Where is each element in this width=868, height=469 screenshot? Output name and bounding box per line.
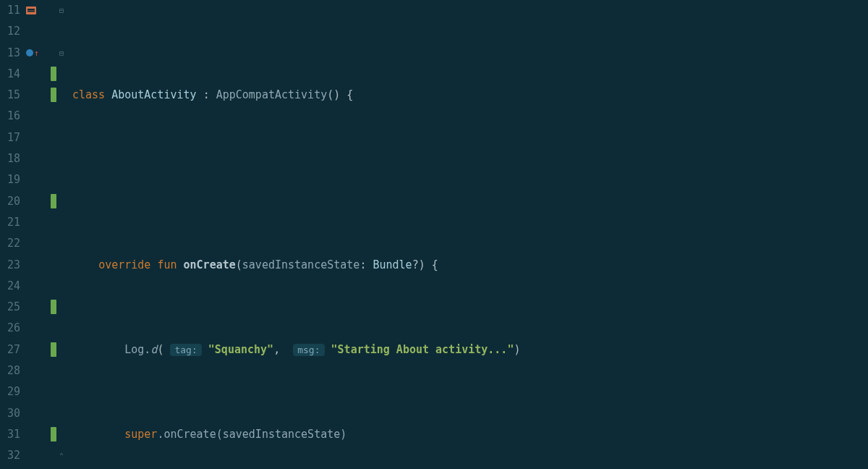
class-file-icon[interactable]	[26, 7, 36, 14]
log-object: Log	[124, 343, 144, 356]
marker-row	[25, 127, 56, 148]
keyword-class: class	[72, 88, 105, 101]
marker-row	[25, 148, 56, 169]
marker-row	[25, 297, 56, 318]
change-stripe	[51, 300, 56, 314]
fold-column[interactable]: ⊟⊟⌃	[56, 0, 67, 469]
code-line[interactable]: class AboutActivity : AppCompatActivity(…	[72, 85, 743, 106]
code-area[interactable]: class AboutActivity : AppCompatActivity(…	[67, 0, 743, 469]
marker-row	[25, 169, 56, 190]
function-name: onCreate	[184, 258, 236, 271]
line-number: 14	[0, 64, 20, 85]
line-number: 23	[0, 255, 20, 276]
code-line[interactable]: override fun onCreate(savedInstanceState…	[72, 255, 743, 276]
change-stripe	[51, 67, 56, 81]
fold-collapse-icon[interactable]: ⊟	[56, 0, 67, 21]
code-line[interactable]: super.onCreate(savedInstanceState)	[72, 424, 743, 445]
line-number: 31	[0, 424, 20, 445]
line-number: 27	[0, 339, 20, 360]
code-editor[interactable]: 1112131415161718192021222324252627282930…	[0, 0, 868, 469]
fold-handle	[56, 297, 67, 318]
line-number-gutter: 1112131415161718192021222324252627282930…	[0, 0, 25, 469]
marker-row	[25, 106, 56, 127]
gutter-markers: ↑	[25, 0, 56, 469]
fold-handle	[56, 360, 67, 381]
line-number: 21	[0, 212, 20, 233]
change-stripe	[51, 342, 56, 357]
line-number: 28	[0, 360, 20, 381]
marker-row	[25, 255, 56, 276]
line-number: 16	[0, 106, 20, 127]
marker-row	[25, 0, 56, 21]
line-number: 12	[0, 21, 20, 42]
marker-row	[25, 21, 56, 42]
super-class: AppCompatActivity	[216, 88, 328, 101]
line-number: 11	[0, 0, 20, 21]
marker-row	[25, 276, 56, 297]
fold-handle	[56, 21, 67, 42]
marker-row	[25, 445, 56, 466]
line-number: 20	[0, 191, 20, 212]
marker-row	[25, 403, 56, 424]
fold-handle	[56, 169, 67, 190]
line-number: 18	[0, 148, 20, 169]
fold-handle	[56, 381, 67, 402]
fold-handle	[56, 318, 67, 339]
line-number: 32	[0, 445, 20, 466]
fold-handle	[56, 212, 67, 233]
param-type: Bundle	[373, 258, 412, 271]
line-number: 15	[0, 85, 20, 106]
fold-handle	[56, 191, 67, 212]
line-number: 22	[0, 233, 20, 254]
inlay-hint-msg: msg:	[293, 344, 324, 356]
keyword-override: override	[98, 258, 150, 271]
marker-row	[25, 360, 56, 381]
keyword-super: super	[124, 428, 157, 441]
line-number: 29	[0, 381, 20, 402]
super-call: .onCreate(savedInstanceState)	[157, 428, 346, 441]
change-stripe	[51, 427, 56, 441]
fold-handle	[56, 339, 67, 360]
fold-end-icon[interactable]: ⌃	[56, 445, 67, 466]
fold-handle	[56, 64, 67, 85]
line-number: 25	[0, 297, 20, 318]
line-number: 17	[0, 127, 20, 148]
marker-row	[25, 381, 56, 402]
string-literal: "Starting About activity..."	[331, 343, 514, 356]
line-number: 19	[0, 169, 20, 190]
marker-row	[25, 339, 56, 360]
fold-handle	[56, 276, 67, 297]
marker-row	[25, 424, 56, 445]
fold-handle	[56, 403, 67, 424]
fold-handle	[56, 127, 67, 148]
marker-row	[25, 85, 56, 106]
string-literal: "Squanchy"	[208, 343, 273, 356]
class-name: AboutActivity	[111, 88, 196, 101]
fold-handle	[56, 148, 67, 169]
change-stripe	[51, 194, 56, 208]
code-line[interactable]: Log.d( tag: "Squanchy", msg: "Starting A…	[72, 339, 743, 360]
marker-row: ↑	[25, 43, 56, 64]
marker-row	[25, 212, 56, 233]
marker-row	[25, 233, 56, 254]
marker-row	[25, 318, 56, 339]
fold-handle	[56, 85, 67, 106]
inlay-hint-tag: tag:	[170, 344, 201, 356]
fold-collapse-icon[interactable]: ⊟	[56, 43, 67, 64]
line-number: 26	[0, 318, 20, 339]
fold-handle	[56, 424, 67, 445]
fold-handle	[56, 255, 67, 276]
keyword-fun: fun	[157, 258, 176, 271]
marker-row	[25, 191, 56, 212]
line-number: 13	[0, 43, 20, 64]
marker-row	[25, 64, 56, 85]
code-line[interactable]	[72, 169, 743, 190]
up-arrow-icon: ↑	[34, 43, 39, 64]
line-number: 24	[0, 276, 20, 297]
param-name: savedInstanceState	[242, 258, 360, 271]
line-number: 30	[0, 403, 20, 424]
fold-handle	[56, 233, 67, 254]
change-stripe	[51, 88, 56, 102]
override-gutter-icon[interactable]	[26, 49, 33, 56]
fold-handle	[56, 106, 67, 127]
